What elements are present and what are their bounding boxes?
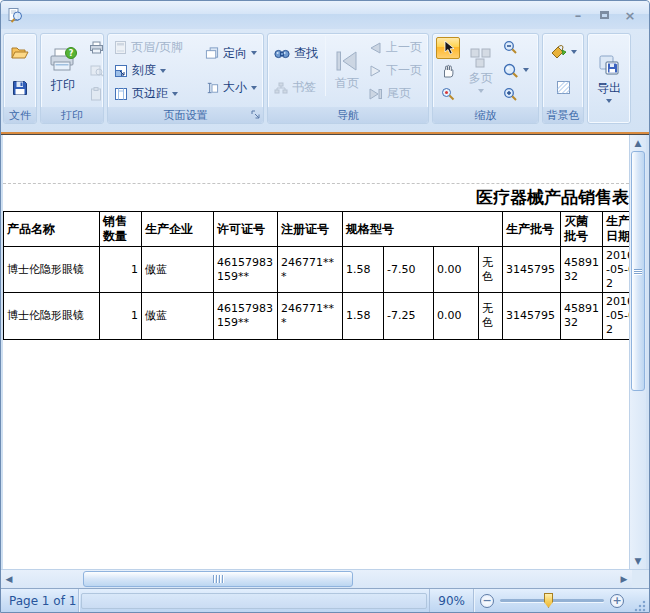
- scroll-right-icon[interactable]: ▶: [616, 570, 632, 588]
- margins-button[interactable]: 页边距: [111, 84, 200, 103]
- zoom-in-slider-button[interactable]: +: [610, 594, 624, 608]
- app-icon: [7, 7, 24, 24]
- scroll-down-icon[interactable]: ▼: [630, 553, 646, 569]
- cell-date: 2016-05-02: [603, 247, 630, 293]
- zoom-icon: [503, 63, 519, 78]
- first-page-label: 首页: [335, 75, 359, 92]
- scroll-left-icon[interactable]: ◀: [1, 570, 17, 588]
- copy-page-button[interactable]: [84, 85, 108, 103]
- export-label: 导出: [597, 80, 621, 97]
- zoom-out-icon: [503, 40, 518, 54]
- size-button[interactable]: 大小: [202, 78, 260, 97]
- status-bar: Page 1 of 1 90% − +: [1, 588, 649, 612]
- close-button[interactable]: ×: [617, 6, 643, 24]
- print-button-label: 打印: [51, 77, 75, 94]
- export-button[interactable]: 导出: [593, 36, 625, 121]
- watermark-icon: [556, 80, 571, 95]
- print-group-label: 打印: [61, 108, 83, 123]
- zoom-region-icon: [441, 87, 455, 101]
- prev-page-label: 上一页: [386, 39, 422, 56]
- margins-label: 页边距: [132, 85, 168, 102]
- fill-color-dropdown-icon: [571, 50, 577, 54]
- page-setup-group-label: 页面设置: [164, 108, 208, 123]
- preview-page: 医疗器械产品销售表 产品名称 销售数量 生产企业 许可证号 注册证号 规格型号 …: [1, 135, 629, 569]
- title-bar: – ×: [1, 1, 649, 29]
- cell-spec-2: -7.50: [384, 247, 434, 293]
- cell-maker: 傲蓝: [142, 293, 214, 339]
- cell-spec-3: 0.00: [434, 247, 479, 293]
- horizontal-scrollbar-thumb[interactable]: [83, 571, 353, 587]
- scroll-up-icon[interactable]: ▲: [630, 135, 646, 151]
- hand-icon: [441, 64, 455, 78]
- pointer-tool-button[interactable]: [436, 37, 460, 59]
- orientation-dropdown-icon: [251, 51, 257, 55]
- zoom-out-button[interactable]: [500, 39, 535, 55]
- header-footer-button[interactable]: 页眉/页脚: [111, 38, 200, 57]
- maximize-button[interactable]: [591, 6, 617, 24]
- cell-color: 无色: [479, 247, 503, 293]
- watermark-button[interactable]: [551, 76, 575, 98]
- window-resize-grip[interactable]: [634, 600, 646, 612]
- maximize-icon: [600, 11, 609, 19]
- print-options-icon: [89, 64, 104, 77]
- zoom-out-slider-button[interactable]: −: [480, 594, 494, 608]
- cell-spec-1: 1.58: [343, 293, 384, 339]
- zoom-dropdown-icon: [523, 68, 529, 72]
- cell-qty: 1: [100, 247, 142, 293]
- multipage-button[interactable]: 多页: [463, 36, 498, 105]
- ribbon: 文件 ? 打印: [1, 29, 649, 132]
- svg-text:?: ?: [69, 49, 74, 58]
- find-icon: [274, 47, 290, 59]
- multipage-label: 多页: [469, 70, 493, 87]
- cell-reg: 246771***: [278, 293, 343, 339]
- horizontal-scrollbar[interactable]: ◀ ▶: [1, 569, 649, 588]
- zoom-button[interactable]: [500, 62, 535, 79]
- cell-spec-3: 0.00: [434, 293, 479, 339]
- ribbon-group-print: ? 打印: [40, 33, 104, 124]
- size-icon: [205, 81, 219, 95]
- next-page-button[interactable]: 下一页: [366, 61, 425, 80]
- first-page-button[interactable]: 首页: [330, 36, 364, 105]
- vertical-scrollbar[interactable]: ▲ ▼: [629, 135, 646, 569]
- size-dropdown-icon: [251, 86, 257, 90]
- save-button[interactable]: [8, 77, 32, 99]
- ribbon-group-page-setup: 页眉/页脚 刻度: [107, 33, 264, 124]
- first-page-icon: [334, 49, 360, 73]
- prev-page-button[interactable]: 上一页: [366, 38, 425, 57]
- cell-license: 46157983159**: [214, 293, 278, 339]
- cell-reg: 246771***: [278, 247, 343, 293]
- find-button[interactable]: 查找: [271, 44, 321, 63]
- group-separator: [325, 36, 326, 96]
- zoom-slider-track[interactable]: [500, 599, 604, 602]
- open-file-button[interactable]: [8, 42, 32, 64]
- vertical-scrollbar-thumb[interactable]: [631, 151, 645, 391]
- next-page-icon: [369, 65, 382, 77]
- cell-sterile: 4589132: [561, 293, 603, 339]
- dynamic-zoom-button[interactable]: [436, 83, 460, 105]
- paint-bucket-icon: [550, 44, 567, 59]
- print-button[interactable]: ? 打印: [44, 36, 82, 105]
- bookmark-button[interactable]: 书签: [271, 78, 321, 97]
- quick-print-button[interactable]: [84, 39, 108, 57]
- zoom-slider-thumb[interactable]: [544, 593, 553, 608]
- orientation-button[interactable]: 定向: [202, 44, 260, 63]
- table-header-row: 产品名称 销售数量 生产企业 许可证号 注册证号 规格型号 生产批号 灭菌批号 …: [4, 212, 630, 247]
- cell-product: 博士伦隐形眼镜: [4, 247, 100, 293]
- horizontal-scrollbar-track[interactable]: [17, 570, 616, 588]
- clipboard-icon: [90, 87, 102, 101]
- cell-date: 2016-05-02: [603, 293, 630, 339]
- prev-page-icon: [369, 42, 382, 54]
- print-dialog-button[interactable]: [84, 62, 108, 80]
- scale-button[interactable]: 刻度: [111, 61, 200, 80]
- scale-icon: [114, 64, 128, 78]
- pan-tool-button[interactable]: [436, 60, 460, 82]
- bookmark-label: 书签: [292, 79, 316, 96]
- next-page-label: 下一页: [386, 62, 422, 79]
- last-page-button[interactable]: 尾页: [366, 84, 425, 103]
- zoom-in-button[interactable]: [500, 86, 535, 102]
- minimize-button[interactable]: –: [565, 6, 591, 24]
- page-setup-dialog-launcher[interactable]: [250, 109, 261, 120]
- scale-label: 刻度: [132, 62, 156, 79]
- fill-color-button[interactable]: [547, 43, 580, 60]
- cursor-icon: [442, 40, 455, 55]
